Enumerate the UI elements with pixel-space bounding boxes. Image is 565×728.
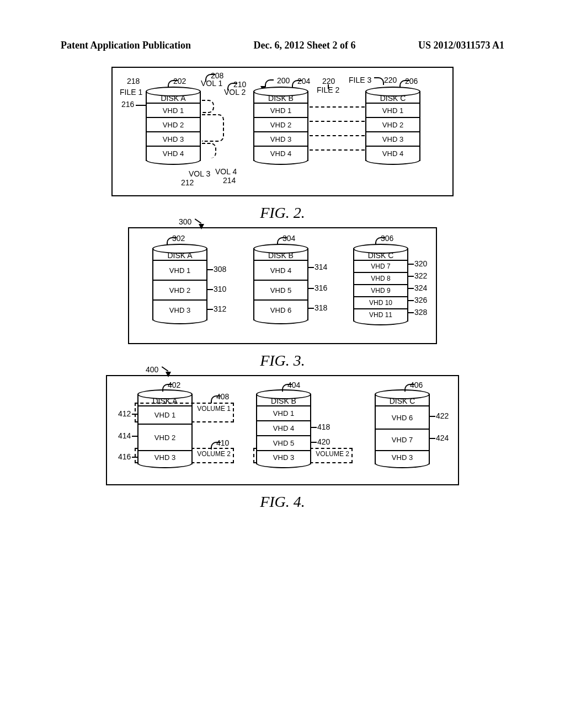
ref-424: 424 xyxy=(436,433,449,442)
leader-icon xyxy=(162,384,172,392)
leader-line xyxy=(207,289,213,290)
fig3-box-ref: 300 xyxy=(179,217,191,226)
file1-label: FILE 1 xyxy=(120,88,142,97)
vhd-row: VHD 3 xyxy=(153,299,206,319)
page-header: Patent Application Publication Dec. 6, 2… xyxy=(0,0,565,51)
leader-icon xyxy=(282,384,292,392)
volume1-label: VOLUME 1 xyxy=(197,405,231,413)
ref-420: 420 xyxy=(317,437,330,446)
disk-b-row: VHD 2 xyxy=(254,117,307,131)
disk-c-title: DISK C xyxy=(376,395,429,405)
vhd-row: VHD 4 xyxy=(257,420,310,435)
ref-418: 418 xyxy=(317,422,330,431)
vhd-row: VHD 4 xyxy=(254,260,307,280)
disk-c-row: VHD 2 xyxy=(366,117,419,131)
vhd-row: VHD 3 xyxy=(138,450,191,463)
leader-line xyxy=(408,312,414,313)
vhd-row: VHD 7 xyxy=(354,260,407,272)
dashed-leader xyxy=(310,135,365,136)
vhd-row: VHD 6 xyxy=(254,299,307,319)
fig3-caption: FIG. 3. xyxy=(0,352,565,370)
disk-c-row: VHD 4 xyxy=(366,146,419,160)
leader-line xyxy=(430,416,435,417)
disk-c: DISK C VHD 1 VHD 2 VHD 3 VHD 4 xyxy=(365,91,420,161)
ref-310: 310 xyxy=(214,285,226,293)
disk-a-row: VHD 3 xyxy=(147,131,200,146)
leader-icon xyxy=(399,80,409,88)
vol3-label: VOL 3 xyxy=(189,169,210,178)
vhd-row: VHD 1 xyxy=(153,260,206,280)
figure-4-box: 402 404 406 408 410 DISK A VHD 1 VHD 2 V… xyxy=(106,375,459,485)
figure-2-box: 218 FILE 1 202 VOL 1 208 VOL 2 210 204 2… xyxy=(111,67,454,196)
disk-a: DISK A VHD 1 VHD 2 VHD 3 xyxy=(152,248,207,320)
leader-icon xyxy=(211,442,221,449)
ref-414: 414 xyxy=(118,431,131,440)
brace-icon xyxy=(202,114,224,142)
leader-icon xyxy=(277,237,287,245)
vhd-row: VHD 1 xyxy=(257,405,310,420)
vhd-row: VHD 9 xyxy=(354,284,407,296)
disk-b-title: DISK B xyxy=(254,92,307,103)
leader-line xyxy=(308,267,314,268)
disk-b-title: DISK B xyxy=(254,249,307,260)
disk-a-row: VHD 4 xyxy=(147,146,200,160)
dashed-leader xyxy=(310,149,365,151)
disk-a-title: DISK A xyxy=(138,395,191,405)
disk-c-title: DISK C xyxy=(366,92,419,103)
leader-line xyxy=(136,105,146,106)
leader-line xyxy=(408,288,414,289)
disk-a: DISK A VHD 1 VHD 2 VHD 3 VHD 4 xyxy=(146,91,201,161)
disk-b: DISK B VHD 4 VHD 5 VHD 6 xyxy=(253,248,308,320)
disk-c: DISK C VHD 7 VHD 8 VHD 9 VHD 10 VHD 11 xyxy=(353,248,408,322)
header-left: Patent Application Publication xyxy=(61,40,191,51)
file3-label: FILE 3 xyxy=(349,76,371,84)
ref-422: 422 xyxy=(436,411,449,420)
ref-312: 312 xyxy=(214,304,226,313)
vhd-row: VHD 5 xyxy=(257,435,310,450)
ref-318: 318 xyxy=(315,303,327,312)
leader-line xyxy=(328,84,329,89)
vhd-row: VHD 8 xyxy=(354,272,407,284)
ref-316: 316 xyxy=(315,283,327,292)
ref-214: 214 xyxy=(223,176,236,185)
ref-328: 328 xyxy=(414,308,427,317)
leader-line xyxy=(132,457,137,458)
leader-line xyxy=(308,308,314,309)
dashed-leader xyxy=(310,106,365,108)
disk-b-row: VHD 4 xyxy=(254,146,307,160)
disk-c-row: VHD 1 xyxy=(366,103,419,117)
volume2b-label: VOLUME 2 xyxy=(316,450,349,458)
leader-line xyxy=(408,276,414,277)
leader-line xyxy=(430,438,435,439)
ref-320: 320 xyxy=(414,259,427,268)
vhd-row: VHD 5 xyxy=(254,280,307,299)
figure-3-box: 302 DISK A VHD 1 VHD 2 VHD 3 308 310 312… xyxy=(128,227,437,344)
leader-line xyxy=(408,264,414,265)
ref-412: 412 xyxy=(118,409,131,418)
header-center: Dec. 6, 2012 Sheet 2 of 6 xyxy=(254,40,356,51)
vhd-row: VHD 3 xyxy=(376,450,429,463)
ref-216: 216 xyxy=(121,100,134,109)
disk-c: DISK C VHD 6 VHD 7 VHD 3 xyxy=(375,394,430,464)
disk-a-title: DISK A xyxy=(147,92,200,103)
disk-b-row: VHD 3 xyxy=(254,131,307,146)
leader-icon xyxy=(168,80,178,88)
leader-icon xyxy=(374,77,384,85)
leader-icon xyxy=(404,384,414,392)
leader-icon xyxy=(167,237,177,245)
fig4-box-ref: 400 xyxy=(146,365,158,374)
disk-a-row: VHD 1 xyxy=(147,103,200,117)
brace-icon xyxy=(202,100,214,113)
ref-326: 326 xyxy=(414,296,427,304)
leader-icon xyxy=(211,395,221,403)
vhd-row: VHD 11 xyxy=(354,308,407,320)
ref-218: 218 xyxy=(127,77,140,85)
leader-line xyxy=(311,442,317,443)
disk-c-title: DISK C xyxy=(354,249,407,260)
disk-b: DISK B VHD 1 VHD 2 VHD 3 VHD 4 xyxy=(253,91,308,161)
header-right: US 2012/0311573 A1 xyxy=(418,40,504,51)
disk-a-title: DISK A xyxy=(153,249,206,260)
disk-c-row: VHD 3 xyxy=(366,131,419,146)
vhd-row: VHD 10 xyxy=(354,296,407,308)
leader-line xyxy=(132,436,137,437)
